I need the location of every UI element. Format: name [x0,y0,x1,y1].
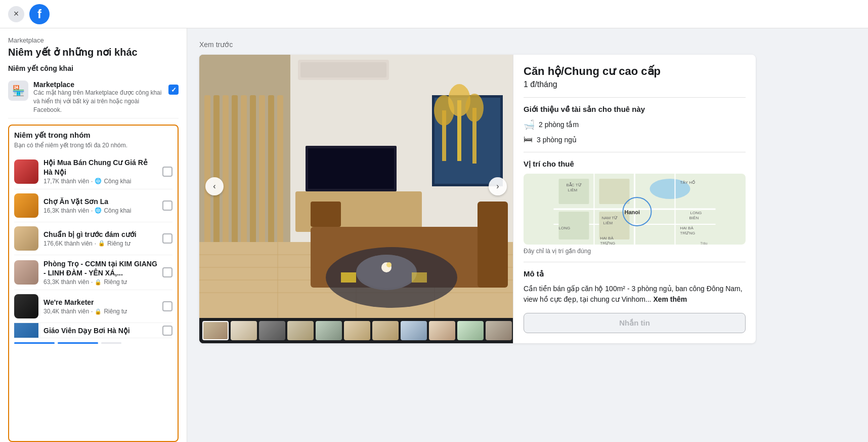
divider-3 [524,262,746,262]
group-meta-2: 16,3K thành viên · 🌐 Công khai [44,207,157,214]
scroll-bar-2 [58,342,98,344]
group-info-2: Chợ Ăn Vặt Sơn La 16,3K thành viên · 🌐 C… [44,197,157,214]
scroll-indicator [14,338,172,346]
bathrooms-label: 2 phòng tắm [539,120,579,129]
listing-details: Căn hộ/Chung cư cao cấp 1 đ/tháng Giới t… [513,55,756,343]
svg-point-42 [386,262,392,267]
marketplace-checkbox[interactable] [168,85,179,95]
marketplace-text: Marketplace Các mặt hàng trên Marketplac… [33,81,163,114]
group-checkbox-2[interactable] [162,200,172,211]
svg-text:NAM TỪ: NAM TỪ [602,216,618,220]
group-checkbox-3[interactable] [162,233,172,244]
thumbnail-3[interactable] [259,321,285,340]
thumbnail-6[interactable] [344,321,370,340]
main-layout: Marketplace Niêm yết ở những nơi khác Ni… [0,28,868,442]
thumbnail-2[interactable] [231,321,257,340]
thumbnail-9[interactable] [429,321,455,340]
group-thumb-3 [14,226,38,251]
description-text: Cần tiền bán gấp căn hộ 100m² - 3 phòng … [524,284,746,305]
bedrooms-label: 3 phòng ngủ [537,136,577,144]
svg-text:TÂY HỒ: TÂY HỒ [680,180,695,185]
svg-text:LIÊM: LIÊM [603,221,613,225]
page-title: Niêm yết ở những nơi khác [8,46,179,58]
groups-subtitle: Bạn có thể niêm yết trong tối đa 20 nhóm… [14,142,172,149]
see-more-link[interactable]: Xem thêm [653,295,687,303]
thumbnail-5[interactable] [316,321,342,340]
group-thumb-1 [14,159,38,184]
public-section-label: Niêm yết công khai [8,64,179,72]
group-meta-5: 30,4K thành viên · 🔒 Riêng tư [44,308,157,315]
bed-icon: 🛏 [524,134,533,145]
svg-text:Hanoi: Hanoi [625,209,640,215]
svg-rect-21 [300,62,386,77]
divider-2 [524,152,746,152]
list-item: Hội Mua Bán Chung Cư Giá Rẻ Hà Nội 17,7K… [14,154,172,189]
scroll-bar-1 [14,342,55,344]
group-info-6: Giáo Viên Dạy Bơi Hà Nội [44,326,157,335]
group-checkbox-4[interactable] [162,267,172,277]
svg-text:LIÊM: LIÊM [568,188,578,192]
group-info-3: Chuẩn bị gì trước đám cưới 176,6K thành … [44,230,157,247]
group-checkbox-6[interactable] [162,326,172,336]
svg-text:TRƯNG: TRƯNG [600,241,616,245]
description-section-title: Mô tả [524,269,746,278]
next-image-button[interactable]: › [489,177,507,195]
group-thumb-5 [14,294,38,318]
location-section-title: Vị trí cho thuê [524,159,746,169]
list-item: Giáo Viên Dạy Bơi Hà Nội [14,323,172,338]
group-thumb-2 [14,193,38,218]
group-name-4: Phòng Trọ - CCMN tại KIM GIANG - LINH ĐÀ… [44,259,157,277]
thumbnail-10[interactable] [457,321,484,340]
thumbnail-7[interactable] [372,321,399,340]
svg-text:HAI BÀ: HAI BÀ [680,226,694,230]
fb-logo: f [29,4,50,24]
svg-rect-24 [308,148,394,189]
bathrooms-item: 🛁 2 phòng tắm [524,119,746,130]
group-thumb-4 [14,260,38,285]
group-info-4: Phòng Trọ - CCMN tại KIM GIANG - LINH ĐÀ… [44,259,157,286]
svg-rect-34 [478,202,508,288]
svg-text:BIÊN: BIÊN [689,216,699,220]
group-meta-3: 176,6K thành viên · 🔒 Riêng tư [44,240,157,247]
intro-section-title: Giới thiệu về tài sản cho thuê này [524,105,746,114]
marketplace-item: 🏪 Marketplace Các mặt hàng trên Marketpl… [8,76,179,118]
groups-section: Niêm yết trong nhóm Bạn có thể niêm yết … [8,125,179,442]
room-image [199,55,513,318]
map-image: BẮC TỪ LIÊM TÂY HỒ NAM TỪ LIÊM LONG LONG… [524,174,746,245]
listing-card: ‹ › [199,55,756,343]
group-meta-4: 63,3K thành viên · 🔒 Riêng tư [44,278,157,286]
group-info-1: Hội Mua Bán Chung Cư Giá Rẻ Hà Nội 17,7K… [44,158,157,184]
scroll-bar-3 [101,342,121,344]
svg-text:HAI BÀ: HAI BÀ [600,236,614,240]
group-info-5: We're Marketer 30,4K thành viên · 🔒 Riên… [44,298,157,315]
group-checkbox-5[interactable] [162,301,172,311]
marketplace-icon: 🏪 [8,81,28,101]
svg-rect-40 [412,272,427,283]
group-name-6: Giáo Viên Dạy Bơi Hà Nội [44,326,157,335]
top-bar: × f [0,0,868,28]
right-panel: Xem trước [187,28,868,442]
list-item: Chuẩn bị gì trước đám cưới 176,6K thành … [14,222,172,255]
group-checkbox-1[interactable] [162,167,172,177]
thumbnail-8[interactable] [401,321,427,340]
svg-text:Trâu: Trâu [701,242,708,245]
groups-title: Niêm yết trong nhóm [14,131,172,140]
map-note: Đây chỉ là vị trí gần đúng [524,248,746,255]
thumbnail-4[interactable] [287,321,314,340]
marketplace-name: Marketplace [33,81,163,89]
svg-rect-35 [311,202,341,227]
lock-icon-5: 🔒 [95,308,102,315]
listing-title: Căn hộ/Chung cư cao cấp [524,65,746,78]
thumbnail-11[interactable] [486,321,512,340]
listing-price: 1 đ/tháng [524,80,746,89]
list-item: We're Marketer 30,4K thành viên · 🔒 Riên… [14,290,172,323]
svg-point-32 [465,94,484,122]
group-name-1: Hội Mua Bán Chung Cư Giá Rẻ Hà Nội [44,158,157,176]
public-icon-2: 🌐 [95,207,102,214]
thumbnail-1[interactable] [202,321,229,340]
preview-label: Xem trước [199,41,856,49]
message-button[interactable]: Nhắn tin [524,313,746,333]
close-button[interactable]: × [8,6,24,22]
prev-image-button[interactable]: ‹ [205,177,224,195]
thumbnails-row [199,318,513,343]
